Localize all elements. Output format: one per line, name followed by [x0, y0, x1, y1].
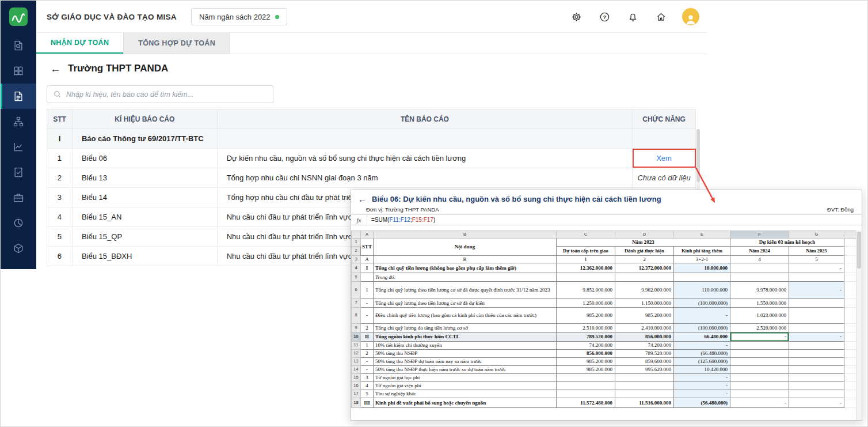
currency-unit-label: ĐVT: Đồng	[827, 206, 854, 213]
col-header-name: TÊN BÁO CÁO	[217, 109, 632, 129]
search-input[interactable]	[66, 90, 267, 99]
notification-bell-icon	[627, 12, 638, 22]
viewer-title-row: ← Biểu 06: Dự kiến nhu cầu, nguồn và số …	[351, 190, 862, 203]
misa-logo-box[interactable]	[1, 1, 36, 33]
top-bar: SỞ GIÁO DỤC VÀ ĐÀO TẠO MISA Năm ngân sác…	[1, 1, 707, 33]
fx-icon: fx	[351, 215, 367, 225]
sidebar-item-modules[interactable]	[1, 236, 36, 261]
search-icon	[53, 90, 62, 99]
sheet-row: 5 Trong đó:	[352, 273, 856, 282]
cube-icon	[13, 243, 24, 254]
report-viewer-window: ← Biểu 06: Dự kiến nhu cầu, nguồn và số …	[351, 190, 862, 421]
page-title-row: ← Trường THPT PANDA	[50, 63, 168, 74]
col-header-action: CHỨC NĂNG	[633, 109, 696, 129]
tab-nhan-du-toan[interactable]: NHẬN DỰ TOÁN	[36, 33, 123, 54]
sheet-row: 4 I Tổng chi quỹ tiền lương (không bao g…	[352, 263, 856, 273]
sidebar	[1, 33, 36, 269]
sheet-row: 17 5 Thu sự nghiệp khác -	[352, 390, 856, 398]
col-header-stt: STT	[47, 109, 73, 129]
col-header-code: KÍ HIỆU BÁO CÁO	[72, 109, 217, 129]
spreadsheet-grid: A B C D E F G 1 STT Nội dung Năm 2023 Dự…	[351, 230, 856, 408]
help-icon: ?	[599, 12, 610, 22]
document-check-icon	[13, 167, 24, 178]
sheet-row-selected: 10 II Tổng nguồn kinh phí thực hiện CCTL…	[352, 332, 856, 342]
sidebar-item-receive-budget[interactable]	[1, 84, 36, 109]
viewer-scrollbar	[856, 230, 862, 420]
misa-logo-icon	[9, 7, 28, 27]
table-row: 1 Biểu 06 Dự kiến nhu cầu, nguồn và số b…	[47, 149, 696, 168]
viewer-back-button[interactable]: ←	[358, 195, 367, 203]
sidebar-item-apps[interactable]	[1, 58, 36, 84]
sidebar-item-documents[interactable]	[1, 160, 36, 185]
organization-name: SỞ GIÁO DỤC VÀ ĐÀO TẠO MISA	[47, 1, 177, 33]
sheet-row: 12 2 50% tăng thu NSĐP 856.000.000 789.5…	[352, 350, 856, 358]
status-dot-icon	[275, 15, 279, 19]
topbar-icon-group: ?	[569, 1, 699, 33]
home-button[interactable]	[654, 10, 668, 24]
table-scrollbar-thumb[interactable]	[696, 129, 700, 182]
sheet-row: 9 2 Tổng chi quỹ lương do tăng tiền lươn…	[352, 324, 856, 332]
sidebar-item-briefcase[interactable]	[1, 185, 36, 210]
column-letters-row: A B C D E F G	[352, 231, 856, 239]
pie-chart-icon	[13, 217, 24, 229]
search-report-icon	[13, 40, 24, 51]
sheet-header-row: 1 STT Nội dung Năm 2023 Dự kiến 03 năm k…	[352, 239, 856, 247]
person-icon	[684, 13, 697, 25]
screen: SỞ GIÁO DỤC VÀ ĐÀO TẠO MISA Năm ngân sác…	[0, 0, 868, 427]
spreadsheet: A B C D E F G 1 STT Nội dung Năm 2023 Dự…	[351, 230, 856, 420]
viewer-title: Biểu 06: Dự kiến nhu cầu, nguồn và số bổ…	[372, 195, 661, 203]
sheet-row: 7 - Tổng chi quỹ lương theo tiền lương c…	[352, 299, 856, 308]
view-report-link[interactable]: Xem	[656, 154, 672, 163]
selected-row-header[interactable]: 10	[352, 332, 361, 342]
unit-label: Đơn vị: Trường THPT PANDA	[366, 206, 439, 213]
formula-text: =SUM(F11:F12;F15:F17)	[367, 215, 435, 225]
active-cell[interactable]: -	[730, 332, 789, 342]
viewer-subtitle-row: Đơn vị: Trường THPT PANDA ĐVT: Đồng	[351, 203, 862, 214]
briefcase-icon	[13, 192, 24, 203]
home-icon	[656, 12, 667, 22]
report-table-header: STT KÍ HIỆU BÁO CÁO TÊN BÁO CÁO CHỨC NĂN…	[47, 109, 696, 129]
help-button[interactable]: ?	[597, 10, 611, 24]
page-title: Trường THPT PANDA	[68, 63, 168, 74]
settings-gear-icon	[571, 12, 582, 22]
budget-year-dropdown[interactable]: Năm ngân sách 2022	[191, 8, 287, 25]
sidebar-item-pie-report[interactable]	[1, 210, 36, 236]
tab-tong-hop-du-toan[interactable]: TỔNG HỢP DỰ TOÁN	[123, 33, 230, 54]
sheet-corner	[352, 231, 361, 239]
settings-button[interactable]	[569, 10, 583, 24]
sidebar-item-search-report[interactable]	[1, 33, 36, 58]
svg-text:?: ?	[603, 14, 606, 20]
receive-budget-icon	[13, 90, 24, 102]
tab-label: NHẬN DỰ TOÁN	[51, 39, 109, 47]
tab-label: TỔNG HỢP DỰ TOÁN	[138, 39, 215, 47]
search-box	[47, 85, 273, 103]
sheet-row: 16 4 Từ nguồn giá viện phí -	[352, 382, 856, 390]
apps-grid-icon	[13, 65, 24, 77]
sheet-row: 11 1 10% tiết kiệm chi thường xuyên 74.2…	[352, 342, 856, 350]
formula-bar: fx =SUM(F11:F12;F15:F17)	[351, 214, 862, 225]
tab-bar: NHẬN DỰ TOÁN TỔNG HỢP DỰ TOÁN	[36, 33, 707, 54]
sheet-row: 13 - 50% tăng thu NSĐP dự toán năm nay s…	[352, 358, 856, 366]
group-name: Báo cáo Thông tư 69/2017/TT-BTC	[72, 129, 217, 149]
group-stt: I	[47, 129, 73, 149]
sheet-row: 6 1 Tổng chi quỹ lương theo tiền lương c…	[352, 282, 856, 299]
table-group-row: I Báo cáo Thông tư 69/2017/TT-BTC	[47, 129, 696, 149]
table-row: 2 Biểu 13 Tổng hợp nhu cầu chi NSNN giai…	[47, 168, 696, 188]
viewer-scrollbar-thumb[interactable]	[857, 232, 861, 269]
org-structure-icon	[13, 116, 24, 127]
sidebar-item-charts[interactable]	[1, 134, 36, 160]
sheet-row: 18 III Kinh phí đề xuất phải bổ sung hoặ…	[352, 398, 856, 408]
selected-column-header[interactable]: F	[730, 231, 789, 239]
sidebar-item-org-structure[interactable]	[1, 109, 36, 134]
sheet-code-row: 3 A B 1 2 3=2-1 4 5	[352, 256, 856, 263]
sheet-row: 8 - Điều chỉnh quỹ tiền lương (bao gồm c…	[352, 308, 856, 324]
sheet-row: 14 - 50% tăng thu NSĐP thực hiện năm trư…	[352, 366, 856, 374]
user-avatar[interactable]	[682, 8, 699, 25]
notifications-button[interactable]	[626, 10, 639, 24]
line-chart-icon	[13, 141, 24, 153]
sheet-row: 15 3 Từ nguồn giá học phí -	[352, 374, 856, 382]
no-data-label: Chưa có dữ liệu	[637, 173, 690, 182]
budget-year-label: Năm ngân sách 2022	[199, 13, 271, 21]
back-button[interactable]: ←	[50, 63, 61, 74]
